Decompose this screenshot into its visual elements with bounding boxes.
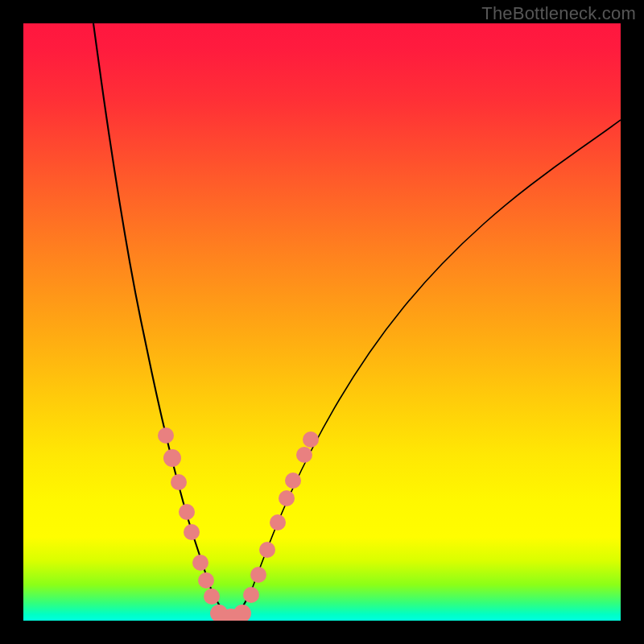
plot-area [23, 23, 621, 621]
watermark-text: TheBottleneck.com [481, 3, 636, 24]
data-point [179, 504, 195, 520]
data-point [279, 490, 295, 506]
curve-right [253, 120, 621, 587]
data-point [204, 588, 220, 605]
data-point [198, 572, 214, 588]
data-point [184, 524, 200, 540]
dots-group [158, 427, 319, 621]
data-point [303, 431, 319, 448]
data-point [259, 542, 275, 558]
curve-left [93, 23, 210, 587]
data-point [233, 605, 251, 621]
data-point [192, 555, 208, 571]
data-point [243, 587, 259, 603]
data-point [270, 514, 286, 530]
data-point [171, 474, 187, 490]
data-point [285, 473, 301, 489]
data-point [158, 427, 174, 444]
data-point [163, 449, 181, 467]
chart-svg [23, 23, 621, 621]
chart-frame: TheBottleneck.com [0, 0, 644, 644]
data-point [296, 447, 312, 463]
data-point [250, 567, 266, 583]
